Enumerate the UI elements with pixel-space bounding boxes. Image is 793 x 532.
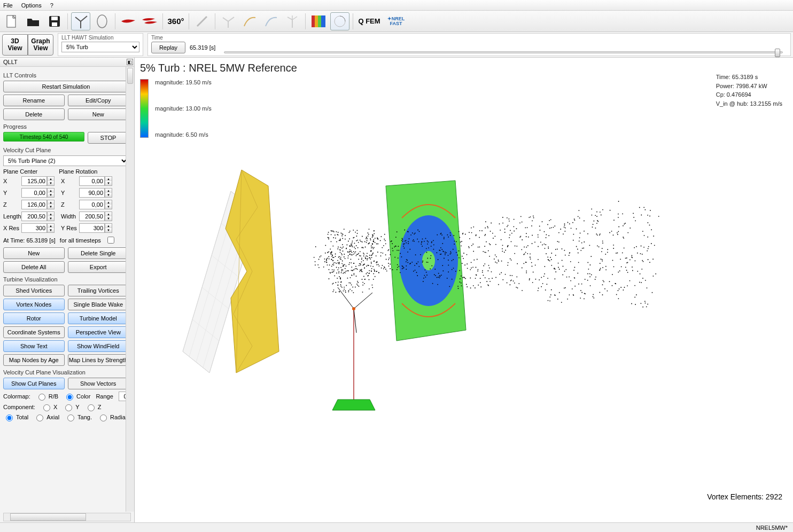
open-folder-icon[interactable] [24,12,43,30]
svg-point-758 [585,279,586,280]
svg-point-637 [539,279,540,280]
trailing-vortices-button[interactable]: Trailing Vortices [68,285,129,296]
vcp-export-button[interactable]: Export [68,261,129,273]
comp-x-radio[interactable]: X [41,403,57,411]
rot-y-input[interactable]: ▲▼ [79,188,116,198]
show-vectors-button[interactable]: Show Vectors [68,378,129,389]
svg-point-238 [391,240,392,241]
rot-z-input[interactable]: ▲▼ [79,200,116,209]
turbine-icon[interactable] [283,12,302,30]
svg-point-679 [554,268,555,269]
svg-point-1168 [329,264,330,265]
perspective-view-button[interactable]: Perspective View [68,326,129,338]
airfoil-dual-icon[interactable] [140,12,159,30]
360-icon[interactable]: 360° [166,12,185,30]
panel-scrollbar[interactable] [126,67,134,512]
cutplane-select[interactable]: 5% Turb Plane (2) [3,155,129,166]
rb-radio[interactable]: R/B [36,392,58,401]
svg-point-948 [331,230,332,231]
delete-button[interactable]: Delete [3,108,65,120]
forall-checkbox[interactable] [107,237,114,244]
svg-point-1052 [356,255,357,256]
panel-hscroll[interactable] [3,513,131,521]
curve-icon[interactable] [240,12,259,30]
nrel-fast-icon[interactable]: ✦NRELFAST [384,12,408,30]
pencil-icon[interactable] [192,12,212,30]
show-windfield-button[interactable]: Show WindField [68,340,129,352]
new-button[interactable]: New [68,108,129,120]
edit-copy-button[interactable]: Edit/Copy [68,95,129,106]
3d-viewport[interactable]: 5% Turb : NREL 5MW Reference magnitude: … [135,58,793,522]
time-slider[interactable] [224,51,783,53]
menu-file[interactable]: File [3,2,13,9]
vortex-icon[interactable] [330,12,349,30]
svg-point-383 [441,233,442,234]
show-text-button[interactable]: Show Text [3,340,65,352]
svg-point-1112 [333,270,335,271]
total-radio[interactable]: Total [3,413,28,421]
airfoil-red-icon[interactable] [119,12,138,30]
svg-point-538 [496,262,497,263]
width-input[interactable]: ▲▼ [79,212,116,221]
rotor-grey-icon[interactable] [219,12,238,30]
menu-options[interactable]: Options [21,2,42,9]
curve2-icon[interactable] [261,12,281,30]
center-y-input[interactable]: ▲▼ [21,188,59,198]
ellipse-icon[interactable] [92,12,112,30]
svg-point-404 [448,265,449,266]
coordinate-systems-button[interactable]: Coordinate Systems [3,326,65,338]
svg-point-1098 [331,241,332,242]
save-icon[interactable] [45,12,64,30]
menu-help[interactable]: ? [50,2,53,9]
svg-point-63 [328,251,329,252]
svg-point-825 [602,209,603,210]
svg-point-460 [479,247,480,248]
map-nodes-button[interactable]: Map Nodes by Age [3,354,65,366]
comp-y-radio[interactable]: Y [63,403,79,411]
svg-point-549 [510,280,511,281]
rotor-button[interactable]: Rotor [3,312,65,324]
center-z-input[interactable]: ▲▼ [21,200,59,209]
turbine-model-button[interactable]: Turbine Model [68,312,129,324]
svg-point-1151 [356,284,357,285]
simulation-select[interactable]: 5% Turb [61,42,139,52]
center-x-input[interactable]: ▲▼ [21,176,59,186]
comp-z-radio[interactable]: Z [85,403,102,411]
svg-point-719 [565,269,566,270]
graph-view-button[interactable]: Graph View [28,34,53,56]
qfem-icon[interactable]: Q FEM [356,12,382,30]
heatmap-icon[interactable] [309,12,328,30]
vcp-delete-all-button[interactable]: Delete All [3,261,65,273]
replay-button[interactable]: Replay [151,42,185,53]
svg-point-951 [341,263,343,264]
vcp-delete-single-button[interactable]: Delete Single [68,247,129,259]
svg-point-983 [332,284,333,285]
yres-input[interactable]: ▲▼ [79,223,116,233]
tang-radio[interactable]: Tang. [65,413,92,421]
svg-point-495 [499,273,500,275]
rename-button[interactable]: Rename [3,95,65,106]
map-lines-button[interactable]: Map Lines by Strength [68,354,129,366]
vortex-nodes-button[interactable]: Vortex Nodes [3,299,65,310]
length-input[interactable]: ▲▼ [21,212,59,221]
shed-vortices-button[interactable]: Shed Vortices [3,285,65,296]
single-blade-wake-button[interactable]: Single Blade Wake [68,299,129,310]
rot-x-input[interactable]: ▲▼ [79,176,116,186]
vcp-new-button[interactable]: New [3,247,65,259]
blade-icon[interactable] [71,12,90,30]
color-radio[interactable]: Color [64,392,90,401]
axial-radio[interactable]: Axial [34,413,59,421]
xres-input[interactable]: ▲▼ [21,223,59,233]
restart-simulation-button[interactable]: Restart Simulation [3,81,129,92]
svg-point-588 [522,290,523,291]
svg-point-765 [599,234,600,236]
3d-view-button[interactable]: 3D View [2,34,28,56]
undock-icon[interactable]: ◧ [127,59,133,65]
svg-point-926 [642,231,643,232]
show-cut-planes-button[interactable]: Show Cut Planes [3,378,65,389]
radial-radio[interactable]: Radial [97,413,127,421]
svg-point-768 [587,233,588,234]
new-file-icon[interactable] [2,12,21,30]
stop-button[interactable]: STOP [88,132,129,144]
svg-point-1172 [328,237,329,238]
